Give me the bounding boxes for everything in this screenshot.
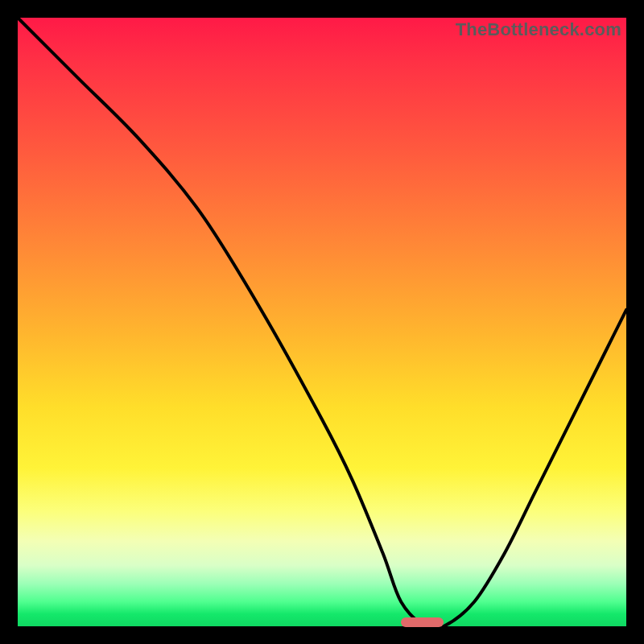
bottleneck-curve bbox=[18, 18, 626, 626]
optimal-range-marker bbox=[401, 617, 444, 627]
plot-area: TheBottleneck.com bbox=[18, 18, 626, 626]
chart-frame: TheBottleneck.com bbox=[0, 0, 644, 644]
curve-path bbox=[18, 18, 626, 630]
